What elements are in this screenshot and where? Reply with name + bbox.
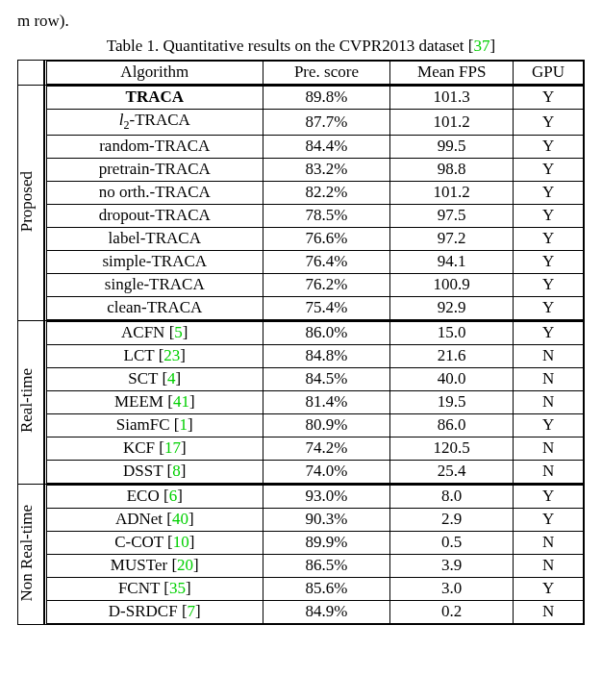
table-row: ADNet [40]90.3%2.9Y [46,509,584,532]
header-gpu: GPU [514,62,584,85]
cell-algorithm: no orth.-TRACA [46,182,263,205]
citation-link[interactable]: 7 [188,602,196,620]
citation-link[interactable]: 40 [172,510,188,528]
cell-gpu: Y [514,486,584,509]
cell-gpu: Y [514,87,584,110]
citation-link[interactable]: 6 [169,487,178,505]
algo-text: SCT [128,369,162,388]
citation-link[interactable]: 4 [167,369,176,388]
algo-text: no orth.-TRACA [99,183,211,201]
cell-mean-fps: 92.9 [390,297,514,320]
citation-link[interactable]: 17 [164,438,181,457]
citation-link[interactable]: 1 [180,415,188,434]
cell-pre-score: 75.4% [263,297,390,320]
cell-algorithm: pretrain-TRACA [46,159,263,182]
table-row: MUSTer [20]86.5%3.9N [46,555,584,578]
cell-gpu: N [514,345,584,368]
table-row: dropout-TRACA78.5%97.5Y [46,205,584,228]
algo-text: single-TRACA [105,275,205,293]
group-inner-table: ECO [6]93.0%8.0YADNet [40]90.3%2.9YC-COT… [44,485,584,624]
cell-algorithm: D-SRDCF [7] [46,601,263,624]
caption-text: Table 1. Quantitative results on the CVP… [107,37,474,55]
table-wrapper: Algorithm Pre. score Mean FPS GPU Propos… [17,60,585,625]
cell-mean-fps: 101.3 [390,87,514,110]
algo-text: ECO [127,487,163,505]
cell-mean-fps: 99.5 [390,136,514,159]
cell-algorithm: SCT [4] [46,368,263,391]
table-row: no orth.-TRACA82.2%101.2Y [46,182,584,205]
cell-pre-score: 84.5% [263,368,390,391]
group-inner-table: TRACA89.8%101.3Yl2-TRACA87.7%101.2Yrando… [44,86,584,320]
cell-algorithm: MEEM [41] [46,391,263,414]
cell-pre-score: 84.8% [263,345,390,368]
cell-mean-fps: 2.9 [390,509,514,532]
cell-algorithm: MUSTer [20] [46,555,263,578]
cell-algorithm: ADNet [40] [46,509,263,532]
algo-text: TRACA [126,88,184,106]
cell-pre-score: 82.2% [263,182,390,205]
table-row: TRACA89.8%101.3Y [46,87,584,110]
citation-link[interactable]: 8 [172,462,181,480]
table-row: LCT [23]84.8%21.6N [46,345,584,368]
cell-mean-fps: 94.1 [390,251,514,274]
cell-gpu: Y [514,136,584,159]
algo-text: dropout-TRACA [99,206,211,224]
cell-mean-fps: 0.2 [390,601,514,624]
cell-pre-score: 89.8% [263,87,390,110]
cell-mean-fps: 25.4 [390,461,514,484]
caption-suffix: ] [490,37,496,55]
algo-text: SiamFC [116,415,174,434]
table-row: MEEM [41]81.4%19.5N [46,391,584,414]
table-row: ACFN [5]86.0%15.0Y [46,322,584,345]
cell-algorithm: SiamFC [1] [46,414,263,438]
cell-mean-fps: 120.5 [390,438,514,461]
cell-algorithm: ECO [6] [46,486,263,509]
cell-pre-score: 86.0% [263,322,390,345]
header-section: Algorithm Pre. score Mean FPS GPU [44,61,585,86]
algo-text: clean-TRACA [107,298,202,316]
cell-gpu: Y [514,182,584,205]
citation-link[interactable]: 37 [474,37,490,55]
citation-link[interactable]: 23 [163,346,180,364]
cell-gpu: N [514,601,584,624]
group-label-cell: Proposed [18,86,44,321]
table-row: SCT [4]84.5%40.0N [46,368,584,391]
group-label: Real-time [18,368,35,433]
table-row: ECO [6]93.0%8.0Y [46,486,584,509]
citation-link[interactable]: 5 [174,323,183,341]
cell-gpu: Y [514,322,584,345]
citation-link[interactable]: 10 [173,533,189,551]
algo-text: C-COT [114,533,167,551]
algo-text: random-TRACA [99,137,210,155]
cell-mean-fps: 21.6 [390,345,514,368]
citation-link[interactable]: 35 [169,579,186,597]
cell-gpu: Y [514,228,584,251]
cell-pre-score: 86.5% [263,555,390,578]
table-row: D-SRDCF [7]84.9%0.2N [46,601,584,624]
table-caption: Table 1. Quantitative results on the CVP… [17,37,585,56]
group-label: Non Real-time [18,505,35,602]
group-label: Proposed [18,171,35,232]
header-pre-score: Pre. score [263,62,390,85]
cell-pre-score: 85.6% [263,578,390,601]
citation-link[interactable]: 20 [177,556,193,574]
algo-text: ACFN [121,323,169,341]
cell-gpu: Y [514,205,584,228]
cell-mean-fps: 98.8 [390,159,514,182]
cell-algorithm: FCNT [35] [46,578,263,601]
stub-cell [18,61,44,86]
cell-pre-score: 76.6% [263,228,390,251]
algo-text: pretrain-TRACA [99,160,211,178]
table-row: random-TRACA84.4%99.5Y [46,136,584,159]
group-content-cell: ACFN [5]86.0%15.0YLCT [23]84.8%21.6NSCT … [44,321,585,485]
table-row: l2-TRACA87.7%101.2Y [46,110,584,136]
cell-gpu: N [514,461,584,484]
table-row: FCNT [35]85.6%3.0Y [46,578,584,601]
cell-mean-fps: 97.2 [390,228,514,251]
cell-pre-score: 89.9% [263,532,390,555]
cell-pre-score: 74.2% [263,438,390,461]
group-content-cell: TRACA89.8%101.3Yl2-TRACA87.7%101.2Yrando… [44,86,585,321]
citation-link[interactable]: 41 [173,392,189,411]
table-row: single-TRACA76.2%100.9Y [46,274,584,297]
table-row: clean-TRACA75.4%92.9Y [46,297,584,320]
